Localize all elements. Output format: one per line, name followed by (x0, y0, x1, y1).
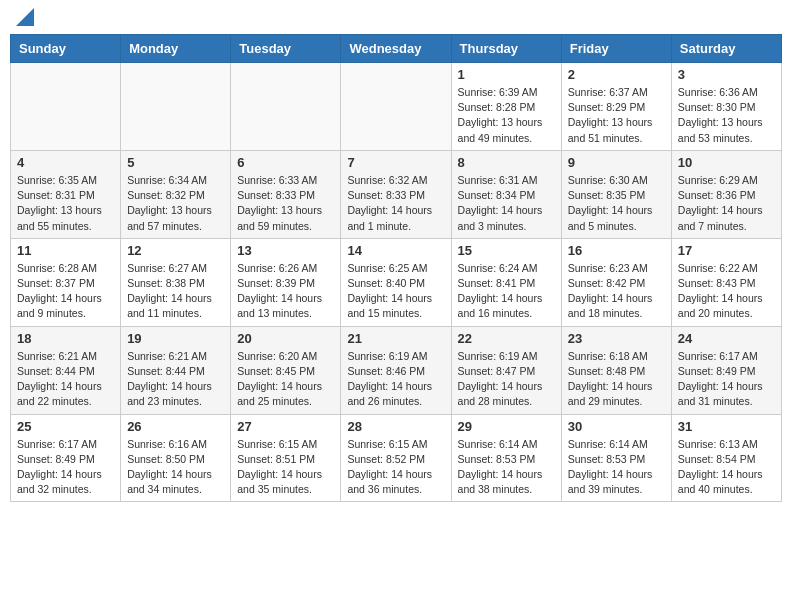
day-number: 2 (568, 67, 665, 82)
header-sunday: Sunday (11, 35, 121, 63)
day-info: Sunrise: 6:21 AM Sunset: 8:44 PM Dayligh… (17, 349, 114, 410)
day-info: Sunrise: 6:17 AM Sunset: 8:49 PM Dayligh… (678, 349, 775, 410)
day-number: 23 (568, 331, 665, 346)
day-info: Sunrise: 6:33 AM Sunset: 8:33 PM Dayligh… (237, 173, 334, 234)
calendar-cell: 8Sunrise: 6:31 AM Sunset: 8:34 PM Daylig… (451, 150, 561, 238)
day-number: 3 (678, 67, 775, 82)
day-info: Sunrise: 6:18 AM Sunset: 8:48 PM Dayligh… (568, 349, 665, 410)
day-number: 6 (237, 155, 334, 170)
day-number: 24 (678, 331, 775, 346)
calendar-cell: 26Sunrise: 6:16 AM Sunset: 8:50 PM Dayli… (121, 414, 231, 502)
day-number: 7 (347, 155, 444, 170)
day-info: Sunrise: 6:36 AM Sunset: 8:30 PM Dayligh… (678, 85, 775, 146)
calendar-cell: 12Sunrise: 6:27 AM Sunset: 8:38 PM Dayli… (121, 238, 231, 326)
day-info: Sunrise: 6:26 AM Sunset: 8:39 PM Dayligh… (237, 261, 334, 322)
day-info: Sunrise: 6:35 AM Sunset: 8:31 PM Dayligh… (17, 173, 114, 234)
logo-triangle-icon (16, 8, 34, 26)
calendar-cell: 1Sunrise: 6:39 AM Sunset: 8:28 PM Daylig… (451, 63, 561, 151)
day-info: Sunrise: 6:28 AM Sunset: 8:37 PM Dayligh… (17, 261, 114, 322)
day-info: Sunrise: 6:16 AM Sunset: 8:50 PM Dayligh… (127, 437, 224, 498)
day-number: 28 (347, 419, 444, 434)
day-number: 21 (347, 331, 444, 346)
calendar-cell: 4Sunrise: 6:35 AM Sunset: 8:31 PM Daylig… (11, 150, 121, 238)
calendar-cell (11, 63, 121, 151)
calendar-cell: 22Sunrise: 6:19 AM Sunset: 8:47 PM Dayli… (451, 326, 561, 414)
calendar-cell: 3Sunrise: 6:36 AM Sunset: 8:30 PM Daylig… (671, 63, 781, 151)
day-number: 22 (458, 331, 555, 346)
calendar-cell: 10Sunrise: 6:29 AM Sunset: 8:36 PM Dayli… (671, 150, 781, 238)
day-info: Sunrise: 6:31 AM Sunset: 8:34 PM Dayligh… (458, 173, 555, 234)
day-number: 10 (678, 155, 775, 170)
calendar-cell: 23Sunrise: 6:18 AM Sunset: 8:48 PM Dayli… (561, 326, 671, 414)
calendar-cell: 16Sunrise: 6:23 AM Sunset: 8:42 PM Dayli… (561, 238, 671, 326)
day-info: Sunrise: 6:25 AM Sunset: 8:40 PM Dayligh… (347, 261, 444, 322)
calendar-cell: 18Sunrise: 6:21 AM Sunset: 8:44 PM Dayli… (11, 326, 121, 414)
day-number: 20 (237, 331, 334, 346)
page-header (10, 10, 782, 26)
day-number: 29 (458, 419, 555, 434)
day-number: 1 (458, 67, 555, 82)
day-number: 16 (568, 243, 665, 258)
calendar-cell: 11Sunrise: 6:28 AM Sunset: 8:37 PM Dayli… (11, 238, 121, 326)
day-number: 15 (458, 243, 555, 258)
day-number: 25 (17, 419, 114, 434)
day-info: Sunrise: 6:14 AM Sunset: 8:53 PM Dayligh… (458, 437, 555, 498)
calendar-cell (341, 63, 451, 151)
calendar-cell: 29Sunrise: 6:14 AM Sunset: 8:53 PM Dayli… (451, 414, 561, 502)
week-row-4: 18Sunrise: 6:21 AM Sunset: 8:44 PM Dayli… (11, 326, 782, 414)
day-info: Sunrise: 6:21 AM Sunset: 8:44 PM Dayligh… (127, 349, 224, 410)
logo (14, 10, 34, 26)
header-thursday: Thursday (451, 35, 561, 63)
calendar-cell: 19Sunrise: 6:21 AM Sunset: 8:44 PM Dayli… (121, 326, 231, 414)
day-info: Sunrise: 6:14 AM Sunset: 8:53 PM Dayligh… (568, 437, 665, 498)
header-tuesday: Tuesday (231, 35, 341, 63)
day-info: Sunrise: 6:39 AM Sunset: 8:28 PM Dayligh… (458, 85, 555, 146)
day-info: Sunrise: 6:37 AM Sunset: 8:29 PM Dayligh… (568, 85, 665, 146)
day-info: Sunrise: 6:27 AM Sunset: 8:38 PM Dayligh… (127, 261, 224, 322)
day-number: 8 (458, 155, 555, 170)
day-info: Sunrise: 6:19 AM Sunset: 8:46 PM Dayligh… (347, 349, 444, 410)
week-row-3: 11Sunrise: 6:28 AM Sunset: 8:37 PM Dayli… (11, 238, 782, 326)
calendar-cell: 25Sunrise: 6:17 AM Sunset: 8:49 PM Dayli… (11, 414, 121, 502)
calendar-table: SundayMondayTuesdayWednesdayThursdayFrid… (10, 34, 782, 502)
day-number: 19 (127, 331, 224, 346)
calendar-cell: 13Sunrise: 6:26 AM Sunset: 8:39 PM Dayli… (231, 238, 341, 326)
header-wednesday: Wednesday (341, 35, 451, 63)
day-info: Sunrise: 6:19 AM Sunset: 8:47 PM Dayligh… (458, 349, 555, 410)
calendar-cell: 24Sunrise: 6:17 AM Sunset: 8:49 PM Dayli… (671, 326, 781, 414)
day-info: Sunrise: 6:30 AM Sunset: 8:35 PM Dayligh… (568, 173, 665, 234)
day-info: Sunrise: 6:23 AM Sunset: 8:42 PM Dayligh… (568, 261, 665, 322)
day-number: 5 (127, 155, 224, 170)
day-number: 27 (237, 419, 334, 434)
day-info: Sunrise: 6:32 AM Sunset: 8:33 PM Dayligh… (347, 173, 444, 234)
calendar-cell: 28Sunrise: 6:15 AM Sunset: 8:52 PM Dayli… (341, 414, 451, 502)
calendar-cell (231, 63, 341, 151)
day-info: Sunrise: 6:17 AM Sunset: 8:49 PM Dayligh… (17, 437, 114, 498)
day-info: Sunrise: 6:15 AM Sunset: 8:51 PM Dayligh… (237, 437, 334, 498)
header-saturday: Saturday (671, 35, 781, 63)
calendar-cell: 17Sunrise: 6:22 AM Sunset: 8:43 PM Dayli… (671, 238, 781, 326)
calendar-header-row: SundayMondayTuesdayWednesdayThursdayFrid… (11, 35, 782, 63)
week-row-5: 25Sunrise: 6:17 AM Sunset: 8:49 PM Dayli… (11, 414, 782, 502)
day-number: 26 (127, 419, 224, 434)
day-number: 14 (347, 243, 444, 258)
header-monday: Monday (121, 35, 231, 63)
day-number: 12 (127, 243, 224, 258)
day-number: 9 (568, 155, 665, 170)
day-number: 30 (568, 419, 665, 434)
calendar-cell: 6Sunrise: 6:33 AM Sunset: 8:33 PM Daylig… (231, 150, 341, 238)
day-number: 11 (17, 243, 114, 258)
day-info: Sunrise: 6:22 AM Sunset: 8:43 PM Dayligh… (678, 261, 775, 322)
calendar-cell: 2Sunrise: 6:37 AM Sunset: 8:29 PM Daylig… (561, 63, 671, 151)
calendar-cell: 30Sunrise: 6:14 AM Sunset: 8:53 PM Dayli… (561, 414, 671, 502)
calendar-cell: 20Sunrise: 6:20 AM Sunset: 8:45 PM Dayli… (231, 326, 341, 414)
calendar-cell (121, 63, 231, 151)
day-info: Sunrise: 6:34 AM Sunset: 8:32 PM Dayligh… (127, 173, 224, 234)
day-number: 4 (17, 155, 114, 170)
day-number: 18 (17, 331, 114, 346)
day-info: Sunrise: 6:29 AM Sunset: 8:36 PM Dayligh… (678, 173, 775, 234)
calendar-cell: 21Sunrise: 6:19 AM Sunset: 8:46 PM Dayli… (341, 326, 451, 414)
week-row-1: 1Sunrise: 6:39 AM Sunset: 8:28 PM Daylig… (11, 63, 782, 151)
calendar-cell: 31Sunrise: 6:13 AM Sunset: 8:54 PM Dayli… (671, 414, 781, 502)
calendar-cell: 7Sunrise: 6:32 AM Sunset: 8:33 PM Daylig… (341, 150, 451, 238)
